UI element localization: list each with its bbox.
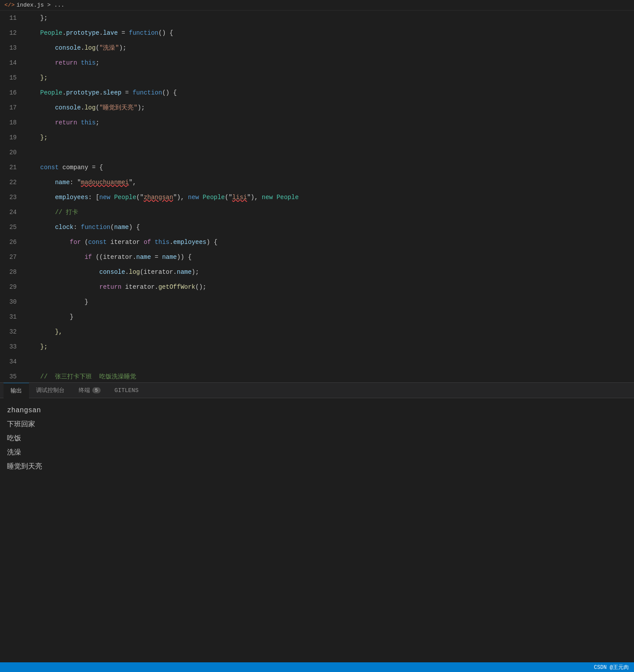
code-token: ( [96, 44, 99, 51]
panel-tab-label: GITLENS [115, 387, 139, 394]
output-line: 睡觉到天亮 [7, 460, 627, 474]
code-token: }; [40, 74, 48, 81]
output-line: 吃饭 [7, 432, 627, 446]
code-token: getOffWork [158, 283, 195, 291]
panel-tab-output[interactable]: 输出 [4, 383, 29, 398]
code-line: return iterator.getOffWork(); [25, 280, 634, 294]
code-token: prototype [66, 89, 99, 96]
code-token: iterator. [121, 283, 158, 291]
code-token: ", [129, 179, 136, 186]
code-token: new [99, 194, 110, 201]
panel-output: zhangsan下班回家吃饭洗澡睡觉到天亮 [0, 398, 634, 479]
code-token: of [144, 239, 151, 246]
code-token: const [40, 164, 59, 171]
code-token: : " [70, 179, 81, 186]
code-token: ); [138, 104, 145, 111]
code-token: ); [119, 44, 127, 51]
code-token: }, [25, 328, 62, 335]
code-token: prototype [66, 29, 99, 36]
code-token: name [177, 269, 192, 276]
code-token [25, 164, 40, 171]
code-token: ) { [129, 224, 140, 231]
line-number: 24 [0, 205, 17, 220]
line-number: 20 [0, 145, 17, 160]
code-token: clock [25, 224, 73, 231]
code-token: } [40, 15, 44, 22]
code-line: }; [25, 70, 634, 85]
code-token: employees [25, 194, 88, 201]
code-content: }; People.prototype.lave = function() { … [22, 11, 634, 381]
panel-tab-debug-console[interactable]: 调试控制台 [29, 383, 72, 398]
code-token: lave [103, 29, 118, 36]
code-token: new People [262, 194, 299, 201]
code-line: clock: function(name) { [25, 220, 634, 235]
panel-tab-label: 调试控制台 [36, 386, 65, 394]
code-token [77, 59, 81, 66]
code-line: // 打卡 [25, 205, 634, 220]
output-line: zhangsan [7, 403, 627, 418]
code-token [25, 134, 40, 141]
code-token: this [81, 59, 96, 66]
code-token: return [99, 283, 121, 291]
code-token: name [114, 224, 129, 231]
code-token: : [73, 224, 81, 231]
code-token: console [25, 44, 81, 51]
code-token: zhangsan [144, 194, 173, 201]
code-token: ); [192, 269, 199, 276]
code-line: }; [25, 11, 634, 25]
code-token: () { [159, 29, 174, 36]
code-token: madouchuanmei [81, 179, 129, 186]
code-token: return [55, 119, 77, 126]
code-token: ( [81, 239, 88, 246]
code-line: name: "madouchuanmei", [25, 175, 634, 190]
code-token [25, 119, 55, 126]
code-token: function [129, 29, 158, 36]
line-number: 35 [0, 369, 17, 381]
code-token: for [70, 239, 81, 246]
code-token: (" [225, 194, 232, 201]
code-token: }; [40, 134, 48, 141]
code-line: console.log(iterator.name); [25, 265, 634, 280]
output-line: 下班回家 [7, 418, 627, 432]
code-token: ; [44, 15, 47, 22]
code-token [25, 254, 84, 261]
line-number: 18 [0, 115, 17, 130]
code-token: ((iterator. [92, 254, 136, 261]
code-token: People [25, 29, 62, 36]
code-token: }; [25, 343, 47, 350]
breadcrumb: </> index.js > ... [0, 0, 634, 11]
line-number: 19 [0, 130, 17, 145]
code-line [25, 145, 634, 160]
code-token [25, 59, 55, 66]
code-token [25, 209, 55, 216]
code-line: for (const iterator of this.employees) { [25, 235, 634, 250]
code-token: )) { [177, 254, 192, 261]
breadcrumb-text: index.js > ... [16, 2, 64, 8]
code-token: = [151, 254, 162, 261]
code-token: console [25, 104, 81, 111]
code-token: sleep [103, 89, 121, 96]
code-token: } [25, 313, 73, 320]
panel-area: 输出调试控制台终端5GITLENS zhangsan下班回家吃饭洗澡睡觉到天亮 [0, 382, 634, 672]
code-line: console.log("洗澡"); [25, 40, 634, 55]
code-token: ; [96, 59, 99, 66]
code-token: } [25, 298, 88, 305]
code-token: (iterator. [140, 269, 177, 276]
code-token: ; [96, 119, 99, 126]
panel-tab-gitlens[interactable]: GITLENS [108, 383, 146, 398]
code-token: this [155, 239, 170, 246]
line-number: 11 [0, 11, 17, 25]
code-line: } [25, 294, 634, 309]
line-number: 21 [0, 160, 17, 175]
code-token [25, 74, 40, 81]
code-token: log [129, 269, 140, 276]
code-token: ) { [207, 239, 217, 246]
panel-tab-terminal[interactable]: 终端5 [72, 383, 108, 398]
code-token: . [170, 239, 173, 246]
output-line: 洗澡 [7, 446, 627, 460]
code-token: if [84, 254, 92, 261]
code-line: return this; [25, 55, 634, 70]
code-token: company = { [59, 164, 103, 171]
code-token: ( [110, 224, 114, 231]
code-token: "), [247, 194, 262, 201]
